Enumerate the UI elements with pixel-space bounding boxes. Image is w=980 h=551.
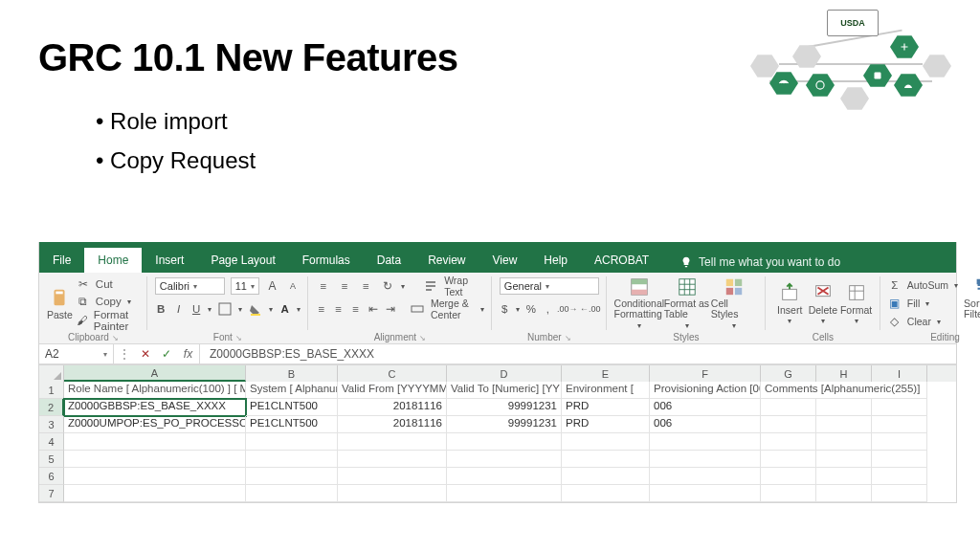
enter-formula-button[interactable]: ✓ bbox=[156, 347, 177, 361]
cell[interactable] bbox=[338, 433, 447, 451]
cell[interactable] bbox=[816, 433, 872, 451]
align-bottom-button[interactable]: ≡ bbox=[358, 277, 373, 295]
cell[interactable] bbox=[246, 468, 338, 485]
cell[interactable] bbox=[246, 485, 338, 502]
cell[interactable] bbox=[872, 451, 927, 468]
row-header[interactable]: 2 bbox=[39, 399, 64, 416]
cell[interactable] bbox=[872, 399, 927, 416]
cell[interactable] bbox=[64, 485, 246, 502]
formula-value[interactable]: Z0000GBBSP:ES_BASE_XXXX bbox=[200, 347, 374, 361]
bold-button[interactable]: B bbox=[155, 300, 167, 318]
indent-dec-button[interactable]: ⇤ bbox=[368, 300, 379, 318]
select-all-corner[interactable] bbox=[39, 365, 64, 382]
cell[interactable]: PRD bbox=[562, 416, 650, 433]
cell[interactable] bbox=[650, 468, 761, 485]
col-header[interactable]: G bbox=[761, 365, 816, 382]
cell[interactable] bbox=[562, 433, 650, 451]
cell[interactable] bbox=[338, 485, 447, 502]
align-right-button[interactable]: ≡ bbox=[350, 300, 362, 318]
tab-page-layout[interactable]: Page Layout bbox=[197, 248, 288, 273]
cell[interactable] bbox=[650, 485, 761, 502]
cell[interactable] bbox=[761, 399, 816, 416]
clear-button[interactable]: ◇Clear▾ bbox=[888, 313, 958, 330]
cancel-formula-button[interactable]: ✕ bbox=[135, 347, 156, 361]
comma-button[interactable]: , bbox=[543, 300, 553, 318]
align-top-button[interactable]: ≡ bbox=[316, 277, 331, 295]
cell[interactable] bbox=[816, 485, 872, 502]
cell[interactable] bbox=[562, 485, 650, 502]
percent-button[interactable]: % bbox=[525, 300, 537, 318]
cell[interactable] bbox=[761, 416, 816, 433]
shrink-font-button[interactable]: A bbox=[285, 277, 301, 295]
cell[interactable]: 20181116 bbox=[338, 399, 447, 416]
underline-button[interactable]: U bbox=[190, 300, 203, 318]
row-header[interactable]: 1 bbox=[39, 382, 64, 399]
cell[interactable] bbox=[816, 416, 872, 433]
row-header[interactable]: 3 bbox=[39, 416, 64, 433]
cell[interactable]: Environment [ bbox=[562, 382, 650, 399]
orientation-button[interactable]: ↻ bbox=[380, 277, 395, 295]
accounting-button[interactable]: $ bbox=[500, 300, 510, 318]
cell[interactable] bbox=[246, 451, 338, 468]
spreadsheet-grid[interactable]: A B C D E F G H I 1 Role Name [ Alphanum… bbox=[39, 364, 956, 502]
cell[interactable] bbox=[650, 451, 761, 468]
col-header[interactable]: A bbox=[64, 365, 246, 382]
cell[interactable] bbox=[64, 451, 246, 468]
sort-filter-button[interactable]: Sort & Filter▾ bbox=[964, 276, 980, 330]
cell[interactable]: Comments [Alphanumeric(255)] bbox=[761, 382, 927, 399]
cell[interactable] bbox=[447, 433, 562, 451]
cell[interactable]: Valid From [YYYYMM bbox=[338, 382, 447, 399]
cell[interactable] bbox=[447, 468, 562, 485]
italic-button[interactable]: I bbox=[172, 300, 185, 318]
fill-color-button[interactable] bbox=[248, 300, 263, 318]
cell[interactable]: 99991231 bbox=[447, 416, 562, 433]
align-left-button[interactable]: ≡ bbox=[316, 300, 327, 318]
cell[interactable] bbox=[872, 468, 927, 485]
inc-decimal-button[interactable]: .00→ bbox=[559, 300, 576, 318]
cell-styles-button[interactable]: Cell Styles▾ bbox=[711, 276, 758, 330]
format-painter-button[interactable]: 🖌Format Painter bbox=[77, 311, 140, 330]
grow-font-button[interactable]: A bbox=[265, 277, 280, 295]
autosum-button[interactable]: ΣAutoSum▾ bbox=[888, 276, 958, 294]
dec-decimal-button[interactable]: ←.00 bbox=[582, 300, 599, 318]
cell[interactable] bbox=[761, 433, 816, 451]
font-color-button[interactable]: A bbox=[278, 300, 291, 318]
tab-insert[interactable]: Insert bbox=[142, 248, 197, 273]
copy-button[interactable]: ⧉Copy▾ bbox=[77, 294, 140, 309]
tab-data[interactable]: Data bbox=[364, 248, 414, 273]
fx-button[interactable]: fx bbox=[177, 344, 200, 364]
cell[interactable] bbox=[447, 485, 562, 502]
col-header[interactable]: B bbox=[246, 365, 338, 382]
delete-cells-button[interactable]: Delete▾ bbox=[807, 276, 840, 330]
formula-dropdown-icon[interactable]: ⋮ bbox=[114, 347, 135, 361]
paste-button[interactable]: Paste bbox=[47, 276, 73, 330]
format-as-table-button[interactable]: Format as Table▾ bbox=[664, 276, 711, 330]
cell[interactable]: PE1CLNT500 bbox=[246, 399, 338, 416]
cell[interactable] bbox=[816, 399, 872, 416]
cell[interactable] bbox=[650, 433, 761, 451]
tab-acrobat[interactable]: ACROBAT bbox=[581, 248, 662, 273]
cell[interactable] bbox=[761, 468, 816, 485]
cell-active[interactable]: Z0000GBBSP:ES_BASE_XXXX bbox=[64, 399, 246, 416]
cell[interactable] bbox=[872, 485, 927, 502]
cell[interactable] bbox=[872, 433, 927, 451]
merge-center-button[interactable] bbox=[410, 300, 425, 318]
col-header[interactable]: H bbox=[816, 365, 872, 382]
col-header[interactable]: C bbox=[338, 365, 447, 382]
cell[interactable] bbox=[872, 416, 927, 433]
insert-cells-button[interactable]: Insert▾ bbox=[773, 276, 807, 330]
col-header[interactable]: E bbox=[562, 365, 650, 382]
fill-button[interactable]: ▣Fill▾ bbox=[888, 295, 958, 312]
row-header[interactable]: 4 bbox=[39, 433, 64, 451]
tab-review[interactable]: Review bbox=[414, 248, 479, 273]
col-header[interactable]: F bbox=[650, 365, 761, 382]
cell[interactable]: PE1CLNT500 bbox=[246, 416, 338, 433]
cell[interactable] bbox=[64, 468, 246, 485]
align-center-button[interactable]: ≡ bbox=[333, 300, 345, 318]
cell[interactable] bbox=[447, 451, 562, 468]
font-name-combo[interactable]: Calibri▾ bbox=[155, 277, 225, 295]
tell-me-search[interactable]: Tell me what you want to do bbox=[679, 248, 840, 273]
cell[interactable] bbox=[816, 468, 872, 485]
cell[interactable] bbox=[562, 451, 650, 468]
cell[interactable] bbox=[246, 433, 338, 451]
